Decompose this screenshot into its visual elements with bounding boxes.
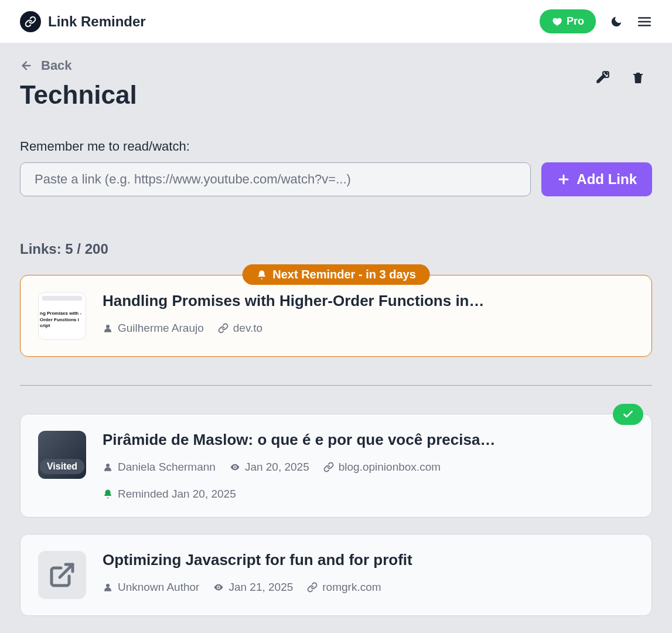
svg-point-12 (218, 587, 220, 588)
delete-button[interactable] (631, 70, 645, 89)
link-card[interactable]: Optimizing Javascript for fun and for pr… (20, 534, 652, 616)
check-icon (622, 409, 634, 420)
link-author: Unknown Author (103, 581, 199, 594)
visited-check-badge (613, 404, 643, 425)
edit-icon (595, 70, 610, 85)
link-icon (323, 462, 334, 472)
eye-icon (213, 582, 224, 593)
app-logo (20, 11, 41, 32)
section-divider (20, 385, 652, 386)
next-reminder-block: Next Reminder - in 3 days ng Promises wi… (20, 275, 652, 357)
back-button[interactable]: Back (20, 58, 72, 73)
plus-icon (557, 172, 571, 186)
link-title: Optimizing Javascript for fun and for pr… (103, 551, 634, 569)
arrow-left-icon (20, 59, 33, 72)
link-thumbnail: Visited (38, 431, 86, 479)
visited-badge: Visited (40, 459, 84, 474)
menu-button[interactable] (637, 14, 652, 29)
link-icon (25, 16, 36, 28)
link-thumbnail: ng Promises with -Order Functions i crip… (38, 292, 86, 340)
add-link-button[interactable]: Add Link (541, 162, 652, 196)
link-icon (218, 323, 228, 333)
dark-mode-toggle[interactable] (610, 15, 623, 28)
reminder-badge-text: Next Reminder - in 3 days (272, 268, 416, 281)
svg-line-10 (60, 564, 73, 577)
page-header-actions (595, 70, 652, 89)
person-icon (103, 462, 113, 472)
bell-icon (103, 489, 113, 499)
links-counter: Links: 5 / 200 (20, 241, 652, 257)
link-domain: blog.opinionbox.com (323, 461, 441, 474)
page-title: Technical (20, 80, 137, 110)
page-header: Back Technical (20, 58, 652, 110)
link-date: Jan 20, 2025 (230, 461, 309, 474)
moon-icon (610, 15, 623, 28)
back-label: Back (41, 58, 72, 73)
link-title: Pirâmide de Maslow: o que é e por que vo… (103, 431, 634, 449)
edit-button[interactable] (595, 70, 610, 89)
link-author: Daniela Schermann (103, 461, 216, 474)
rocket-icon (551, 16, 562, 27)
svg-point-9 (234, 467, 236, 468)
svg-point-11 (106, 584, 110, 587)
svg-point-7 (106, 325, 110, 328)
link-icon (307, 582, 318, 593)
pro-label: Pro (567, 15, 584, 28)
link-reminded: Reminded Jan 20, 2025 (103, 488, 634, 501)
person-icon (103, 323, 113, 333)
add-link-label: Add Link (577, 171, 637, 188)
trash-icon (631, 70, 645, 86)
link-domain: romgrk.com (307, 581, 381, 594)
main-content: Back Technical Remember me t (0, 43, 672, 633)
link-card[interactable]: Visited Pirâmide de Maslow: o que é e po… (20, 414, 652, 518)
thumbnail-text: ng Promises with -Order Functions i crip… (39, 307, 86, 332)
svg-point-8 (106, 464, 110, 467)
link-author: Guilherme Araujo (103, 322, 204, 335)
next-reminder-badge: Next Reminder - in 3 days (242, 264, 430, 285)
link-domain: dev.to (218, 322, 262, 335)
hamburger-icon (637, 14, 652, 29)
link-thumbnail (38, 551, 86, 599)
link-title: Handling Promises with Higher-Order Func… (103, 292, 634, 310)
person-icon (103, 582, 113, 593)
bell-icon (256, 270, 267, 280)
link-url-input[interactable] (20, 162, 531, 196)
app-header: Link Reminder Pro (0, 0, 672, 43)
brand-name: Link Reminder (48, 13, 146, 30)
eye-icon (230, 462, 240, 472)
external-link-icon (48, 561, 76, 589)
pro-button[interactable]: Pro (540, 9, 596, 33)
input-label: Remember me to read/watch: (20, 139, 652, 154)
links-list: Visited Pirâmide de Maslow: o que é e po… (20, 414, 652, 616)
header-actions: Pro (540, 9, 652, 33)
link-card-featured[interactable]: ng Promises with -Order Functions i crip… (20, 275, 652, 357)
brand[interactable]: Link Reminder (20, 11, 146, 32)
link-date: Jan 21, 2025 (213, 581, 293, 594)
add-link-section: Remember me to read/watch: Add Link (20, 139, 652, 196)
